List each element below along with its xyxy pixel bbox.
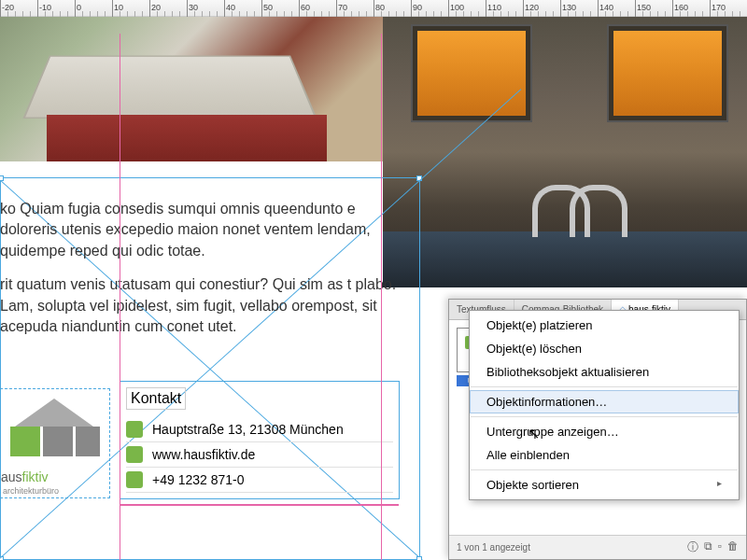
link-icon[interactable]: ⧉ (704, 539, 712, 555)
pin-icon (126, 421, 143, 438)
guide-vertical[interactable] (381, 34, 382, 560)
contact-phone: +49 1232 871-0 (152, 472, 244, 487)
panel-statusbar: 1 von 1 angezeigt ⓘ ⧉ ▫ 🗑 (449, 535, 746, 559)
menu-object-information[interactable]: Objektinformationen… (470, 390, 739, 413)
menu-place-objects[interactable]: Objekt(e) platzieren (470, 314, 739, 337)
frame-handle[interactable] (416, 556, 422, 560)
menu-delete-objects[interactable]: Objekt(e) löschen (470, 337, 739, 360)
placed-image-pool[interactable] (383, 17, 747, 287)
contact-address: Hauptstraße 13, 21308 München (152, 422, 344, 437)
globe-icon (126, 471, 143, 488)
body-text[interactable]: ko Quiam fugia consedis sumqui omnis que… (0, 199, 420, 350)
contact-row-web: www.hausfiktiv.de (126, 442, 393, 468)
ladder-graphic (532, 185, 616, 250)
logo-text: ausfiktiv (1, 469, 49, 484)
guide-vertical[interactable] (120, 34, 120, 560)
menu-separator (471, 416, 738, 417)
info-icon[interactable]: ⓘ (687, 539, 698, 555)
new-icon[interactable]: ▫ (718, 539, 722, 555)
contact-heading: Kontakt (126, 387, 186, 410)
paragraph: rit quatum venis utatusam qui conestiur?… (0, 274, 411, 337)
window-graphic (411, 24, 532, 122)
menu-show-subgroup[interactable]: Untergruppe anzeigen… (470, 420, 739, 443)
menu-separator (471, 386, 738, 387)
logo-icon (10, 399, 99, 464)
frame-handle[interactable] (0, 175, 4, 181)
menu-sort-objects[interactable]: Objekte sortieren (470, 473, 739, 497)
contact-row-address: Hauptstraße 13, 21308 München (126, 417, 393, 442)
paragraph: ko Quiam fugia consedis sumqui omnis que… (0, 199, 411, 261)
logo-frame[interactable]: ausfiktiv architekturbüro (0, 388, 110, 498)
contact-row-phone: +49 1232 871-0 (126, 468, 393, 493)
status-text: 1 von 1 angezeigt (457, 542, 530, 553)
window-graphic (607, 24, 728, 122)
menu-show-all[interactable]: Alle einblenden (470, 443, 739, 467)
contact-frame[interactable]: Kontakt Hauptstraße 13, 21308 München ww… (120, 381, 400, 499)
menu-update-library-object[interactable]: Bibliotheksobjekt aktualisieren (470, 360, 739, 384)
menu-separator (471, 469, 738, 470)
horizontal-ruler[interactable]: -20-100102030405060708090100110120130140… (0, 0, 747, 17)
chat-icon (126, 446, 143, 463)
frame-handle[interactable] (0, 556, 4, 560)
logo-subtitle: architekturbüro (3, 486, 59, 496)
contact-website: www.hausfiktiv.de (152, 447, 255, 462)
frame-handle[interactable] (416, 175, 422, 181)
trash-icon[interactable]: 🗑 (727, 539, 739, 555)
context-menu: Objekt(e) platzieren Objekt(e) löschen B… (469, 310, 740, 500)
placed-image-rooftop[interactable] (0, 17, 383, 161)
